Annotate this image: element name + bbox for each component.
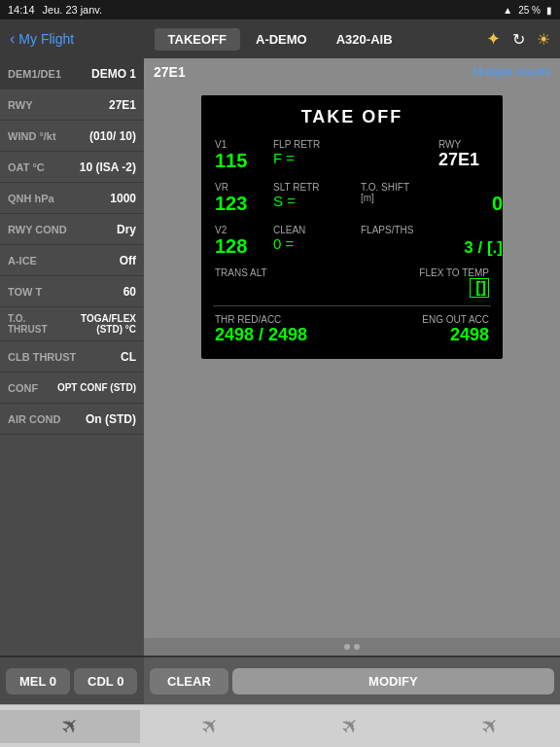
sidebar-row-dem[interactable]: DEM1/DE1 DEMO 1 xyxy=(0,58,144,89)
flp-retr-eq: F = xyxy=(273,150,357,166)
clear-button[interactable]: CLEAR xyxy=(150,668,228,694)
v2-label: V2 xyxy=(215,225,269,235)
eng-out-label: ENG OUT ACC xyxy=(354,314,489,325)
wifi-icon: ▲ xyxy=(503,5,512,16)
sidebar-value-aice: Off xyxy=(120,254,136,267)
status-date: Jeu. 23 janv. xyxy=(43,4,103,16)
sidebar-label-qnh: QNH hPa xyxy=(8,193,54,204)
tab-a-demo[interactable]: A-DEMO xyxy=(242,28,321,51)
thr-label: THR RED/ACC xyxy=(215,314,350,325)
sidebar-label-dem: DEM1/DE1 xyxy=(8,68,61,80)
sidebar-value-oat: 10 (ISA -2) xyxy=(80,160,136,174)
to-shift-label: T.O. SHIFT xyxy=(361,182,435,193)
refresh-icon[interactable]: ↻ xyxy=(512,30,525,49)
sidebar-value-clbthrust: CL xyxy=(121,350,136,364)
vr-value: 123 xyxy=(215,193,269,215)
takeoff-display: TAKE OFF V1 115 FLP RETR F = RWY 27E1 xyxy=(201,95,503,359)
sidebar-label-tow: TOW T xyxy=(8,286,42,298)
top-nav: ‹ My Flight TAKEOFF A-DEMO A320-AIB ✦ ↻ … xyxy=(0,19,560,58)
back-chevron-icon: ‹ xyxy=(10,30,15,48)
sidebar-value-conf: OPT CONF (STD) xyxy=(57,382,136,393)
rwy-card-value: 27E1 xyxy=(438,150,503,170)
slt-retr-label: SLT RETR xyxy=(273,182,357,193)
cdl-button[interactable]: CDL 0 xyxy=(74,668,137,694)
flex-temp-label: FLEX TO TEMP xyxy=(354,267,489,278)
vr-label: VR xyxy=(215,182,269,193)
tab-item-1[interactable]: ✈ xyxy=(0,710,140,743)
sidebar-value-dem: DEMO 1 xyxy=(91,67,136,81)
main-area: DEM1/DE1 DEMO 1 RWY 27E1 WIND °/kt (010/… xyxy=(0,58,560,656)
sidebar-label-clbthrust: CLB THRUST xyxy=(8,351,76,363)
sidebar-row-clbthrust[interactable]: CLB THRUST CL xyxy=(0,341,144,373)
sidebar-row-oat[interactable]: OAT °C 10 (ISA -2) xyxy=(0,152,144,183)
tab-plane1-icon: ✈ xyxy=(54,711,85,741)
nav-icons: ✦ ↻ ☀ xyxy=(486,28,550,50)
scroll-dot-1 xyxy=(344,644,350,650)
flaps-value: 3 / [.] xyxy=(464,238,503,258)
trans-alt-label: TRANS ALT xyxy=(215,267,350,278)
status-time: 14:14 xyxy=(8,4,35,16)
v1-value: 115 xyxy=(215,150,269,172)
clean-eq: 0 = xyxy=(273,235,357,252)
sidebar-row-conf[interactable]: CONF OPT CONF (STD) xyxy=(0,373,144,404)
sidebar-row-tothrust[interactable]: T.O. THRUST TOGA/FLEX (STD) °C xyxy=(0,307,144,341)
sidebar-label-aice: A-ICE xyxy=(8,255,37,267)
tab-item-3[interactable]: ✈ xyxy=(280,710,420,743)
battery-icon: ▮ xyxy=(546,5,552,16)
flaps-label: FLAPS/THS xyxy=(361,225,435,235)
tab-a320-aib[interactable]: A320-AIB xyxy=(323,28,406,51)
sidebar-label-tothrust: T.O. THRUST xyxy=(8,313,56,335)
nav-tabs: TAKEOFF A-DEMO A320-AIB xyxy=(155,28,406,51)
sidebar-row-tow[interactable]: TOW T 60 xyxy=(0,276,144,307)
flex-temp-value[interactable]: [] xyxy=(470,278,489,298)
modify-button[interactable]: MODIFY xyxy=(232,668,554,694)
status-bar: 14:14 Jeu. 23 janv. ▲ 25 % ▮ xyxy=(0,0,560,19)
tab-plane4-icon: ✈ xyxy=(474,711,505,741)
sidebar-value-tothrust: TOGA/FLEX (STD) °C xyxy=(56,313,136,335)
content-area: 27E1 Multiple results TAKE OFF V1 115 FL… xyxy=(144,58,560,656)
sidebar-row-rwycond[interactable]: RWY COND Dry xyxy=(0,214,144,245)
scroll-dot-2 xyxy=(354,644,360,650)
sidebar-value-aircond: On (STD) xyxy=(86,412,136,426)
sidebar-row-wind[interactable]: WIND °/kt (010/ 10) xyxy=(0,121,144,152)
sidebar-value-rwycond: Dry xyxy=(117,223,136,236)
flp-retr-label: FLP RETR xyxy=(273,139,357,150)
v2-value: 128 xyxy=(215,235,269,258)
content-header: 27E1 Multiple results xyxy=(144,58,560,86)
rwy-card-label: RWY xyxy=(438,139,503,150)
tab-bar: ✈ ✈ ✈ ✈ xyxy=(0,704,560,747)
brightness-icon[interactable]: ☀ xyxy=(537,30,550,49)
sidebar-row-qnh[interactable]: QNH hPa 1000 xyxy=(0,183,144,214)
sidebar-label-conf: CONF xyxy=(8,382,38,394)
multiple-results-button[interactable]: Multiple results xyxy=(472,65,550,79)
tab-plane3-icon: ✈ xyxy=(334,711,365,741)
sidebar-value-rwy: 27E1 xyxy=(109,98,136,112)
tab-takeoff[interactable]: TAKEOFF xyxy=(155,28,240,51)
mel-button[interactable]: MEL 0 xyxy=(6,668,70,694)
slt-retr-eq: S = xyxy=(273,193,357,209)
sidebar-row-aircond[interactable]: AIR COND On (STD) xyxy=(0,404,144,435)
tab-item-4[interactable]: ✈ xyxy=(420,710,560,743)
sidebar-value-wind: (010/ 10) xyxy=(89,129,136,143)
sidebar-row-aice[interactable]: A-ICE Off xyxy=(0,245,144,276)
scroll-bar xyxy=(144,638,560,656)
back-label: My Flight xyxy=(18,31,74,47)
sidebar: DEM1/DE1 DEMO 1 RWY 27E1 WIND °/kt (010/… xyxy=(0,58,144,656)
tab-item-2[interactable]: ✈ xyxy=(140,710,280,743)
tab-plane2-icon: ✈ xyxy=(194,711,225,741)
to-shift-unit: [m] xyxy=(361,193,435,203)
sidebar-label-rwy: RWY xyxy=(8,99,32,111)
back-button[interactable]: ‹ My Flight xyxy=(10,30,74,48)
takeoff-title: TAKE OFF xyxy=(213,107,491,127)
to-shift-value: 0 xyxy=(492,193,503,215)
sidebar-value-tow: 60 xyxy=(123,285,136,299)
eng-out-value: 2498 xyxy=(354,325,489,345)
sidebar-label-aircond: AIR COND xyxy=(8,413,60,425)
sidebar-row-rwy[interactable]: RWY 27E1 xyxy=(0,89,144,121)
clean-label: CLEAN xyxy=(273,225,357,235)
v1-label: V1 xyxy=(215,139,269,150)
content-rwy-label: 27E1 xyxy=(154,64,186,80)
star-icon[interactable]: ✦ xyxy=(486,28,501,50)
battery-label: 25 % xyxy=(518,5,541,16)
sidebar-label-rwycond: RWY COND xyxy=(8,224,67,235)
